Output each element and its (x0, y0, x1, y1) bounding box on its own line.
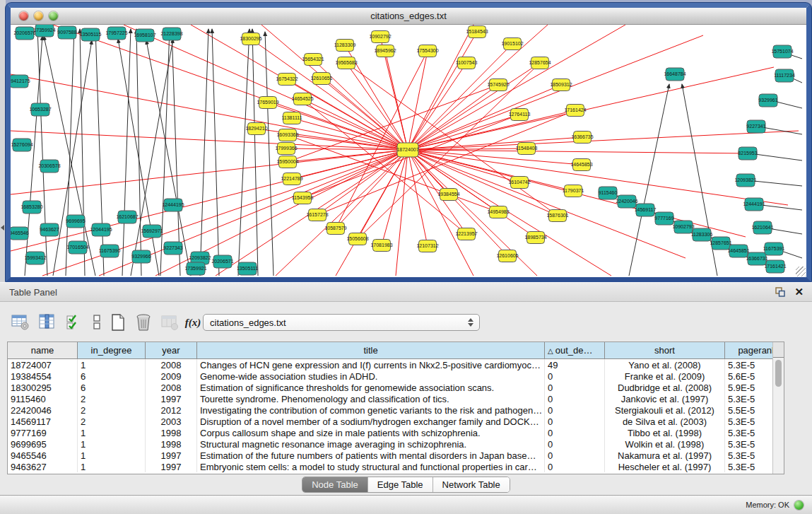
graph-node-citing-paper[interactable]: 18509312 (550, 79, 572, 91)
table-cell[interactable]: 18300295 (8, 382, 78, 393)
graph-node-citing-paper[interactable]: 15876301 (546, 210, 568, 222)
graph-node-paper[interactable]: 19412175 (11, 75, 30, 88)
graph-node-citing-paper[interactable]: 14954983 (487, 206, 509, 218)
table-cell[interactable]: Tourette syndrome. Phenomenology and cla… (197, 393, 545, 404)
table-cell[interactable]: Dudbridge et al. (2008) (605, 382, 725, 393)
graph-node-paper[interactable]: 10653287 (29, 103, 51, 116)
table-cell[interactable]: 6 (78, 382, 146, 393)
graph-node-citing-paper[interactable]: 17999366 (275, 143, 297, 155)
table-cell[interactable]: 2012 (146, 404, 197, 416)
table-cell[interactable]: 6 (78, 370, 146, 382)
select-columns-icon[interactable] (64, 312, 85, 333)
graph-node-paper[interactable]: 9463627 (40, 223, 59, 236)
table-cell[interactable]: Corpus callosum shape and size in male p… (197, 427, 545, 438)
graph-node-paper[interactable]: 11675390 (99, 245, 121, 257)
table-cell[interactable]: 0 (545, 404, 605, 416)
table-row[interactable]: 977716911998Corpus callosum shape and si… (8, 427, 784, 438)
column-header-year[interactable]: year (146, 342, 197, 359)
table-cell[interactable]: 1 (78, 359, 146, 371)
tab-node-table[interactable]: Node Table (302, 477, 368, 492)
table-cell[interactable]: 9115460 (8, 393, 78, 404)
graph-node-paper[interactable]: 21228398 (160, 28, 182, 40)
table-cell[interactable]: 2009 (146, 370, 197, 382)
graph-node-paper[interactable]: 17161421 (764, 260, 786, 273)
graph-node-paper[interactable]: 15751074 (771, 45, 793, 58)
table-cell[interactable]: 0 (545, 370, 605, 382)
table-cell[interactable]: 0 (545, 438, 605, 450)
graph-node-paper[interactable]: 16958107 (134, 29, 155, 42)
column-header-name[interactable]: name (8, 342, 78, 359)
graph-node-citing-paper[interactable]: 14654525 (291, 93, 313, 105)
graph-node-citing-paper[interactable]: 15745920 (487, 79, 509, 91)
graph-node-paper[interactable]: 22420046 (616, 195, 637, 208)
table-cell[interactable]: 9699695 (8, 438, 78, 450)
window-resize-grip[interactable] (796, 267, 806, 276)
graph-node-citing-paper[interactable]: 16104742 (508, 177, 530, 189)
node-table-header[interactable]: namein_degreeyeartitle△out_de…shortpager… (8, 342, 784, 359)
graph-node-citing-paper[interactable]: 16366735 (571, 132, 593, 144)
graph-node-paper[interactable]: 9329961 (758, 94, 777, 107)
column-header-short[interactable]: short (605, 342, 725, 359)
graph-node-paper[interactable]: 12444195 (162, 199, 184, 211)
table-row[interactable]: 946554611997Estimation of the future num… (8, 450, 784, 461)
graph-node-paper[interactable]: 15993412 (24, 252, 46, 264)
graph-node-citing-paper[interactable]: 18300295 (240, 33, 261, 45)
graph-node-citing-paper[interactable]: 11381111 (281, 112, 302, 124)
graph-node-citing-paper[interactable]: 18985734 (524, 232, 546, 244)
zoom-window-button[interactable] (49, 11, 58, 21)
table-cell[interactable]: 2 (78, 404, 146, 416)
window-titlebar[interactable]: citations_edges.txt (11, 8, 806, 25)
graph-node-citing-paper[interactable]: 15056608 (346, 233, 368, 245)
panel-collapse-arrow-icon[interactable] (1, 225, 4, 230)
graph-node-citing-paper[interactable]: 12610651 (310, 73, 332, 85)
table-row[interactable]: 1938455462009Genome-wide association stu… (8, 370, 784, 382)
graph-node-citing-paper[interactable]: 19384554 (437, 189, 459, 201)
graph-node-paper[interactable]: 14645851 (727, 245, 749, 257)
table-cell[interactable]: Hescheler et al. (1997) (605, 461, 725, 472)
graph-node-citing-paper[interactable]: 10902792 (369, 31, 391, 43)
panel-layout-icon[interactable] (86, 312, 107, 333)
graph-node-paper[interactable]: 10902793 (672, 221, 694, 233)
table-cell[interactable]: Franke et al. (2009) (605, 370, 725, 382)
graph-node-citing-paper[interactable]: 17554300 (416, 45, 438, 57)
scrollbar-thumb[interactable] (775, 360, 782, 387)
table-cell[interactable]: 2 (78, 393, 146, 404)
table-cell[interactable]: 14569117 (8, 416, 78, 427)
table-cell[interactable]: 0 (545, 427, 605, 438)
graph-node-citing-paper[interactable]: 17081983 (370, 240, 392, 252)
graph-node-paper[interactable]: 13505111 (237, 262, 258, 275)
graph-node-paper[interactable]: 12857651 (710, 237, 731, 250)
graph-node-citing-paper[interactable]: 15654321 (302, 54, 324, 66)
table-row[interactable]: 969969511998Structural magnetic resonanc… (8, 438, 784, 450)
graph-node-paper[interactable]: 9115460 (599, 187, 618, 199)
table-cell[interactable]: 2008 (146, 359, 197, 371)
table-row[interactable]: 1830029562008Estimation of significance … (8, 382, 784, 393)
graph-node-paper[interactable]: 9227343 (163, 242, 182, 255)
table-cell[interactable]: Estimation of significance thresholds fo… (197, 382, 545, 393)
graph-node-paper[interactable]: 15692971 (141, 225, 163, 238)
graph-node-citing-paper[interactable]: 19015102 (501, 38, 523, 50)
table-cell[interactable]: 19384554 (8, 370, 78, 382)
graph-node-citing-paper[interactable]: 17659019 (257, 97, 278, 109)
graph-node-citing-paper[interactable]: 11790371 (563, 185, 584, 197)
table-cell[interactable]: 1 (78, 450, 146, 461)
table-row[interactable]: 911546021997Tourette syndrome. Phenomeno… (8, 393, 784, 404)
table-row[interactable]: 946362711997Embryonic stem cells: a mode… (8, 461, 784, 472)
graph-node-paper[interactable]: 12044195 (90, 223, 112, 236)
table-cell[interactable]: Stergiakouli et al. (2012) (605, 404, 725, 416)
graph-node-paper[interactable]: 9699695 (66, 215, 85, 228)
graph-node-paper[interactable]: 9227341 (746, 120, 765, 133)
table-cell[interactable]: 1997 (146, 450, 197, 461)
table-cell[interactable]: Structural magnetic resonance image aver… (197, 438, 545, 450)
tab-edge-table[interactable]: Edge Table (368, 477, 433, 492)
graph-node-citing-paper[interactable]: 17161424 (564, 105, 586, 117)
graph-node-citing-paper[interactable]: 18294210 (245, 123, 267, 135)
show-columns-icon[interactable] (37, 312, 58, 333)
graph-node-paper[interactable]: 9329966 (131, 250, 151, 263)
table-cell[interactable]: 2008 (146, 382, 197, 393)
graph-node-citing-paper[interactable]: 15950004 (276, 156, 298, 168)
graph-node-hub-paper[interactable]: 18724007 (396, 143, 418, 157)
close-window-button[interactable] (19, 11, 28, 21)
graph-node-paper[interactable]: 20306578 (38, 160, 60, 173)
graph-node-citing-paper[interactable]: 11283309 (334, 40, 356, 52)
